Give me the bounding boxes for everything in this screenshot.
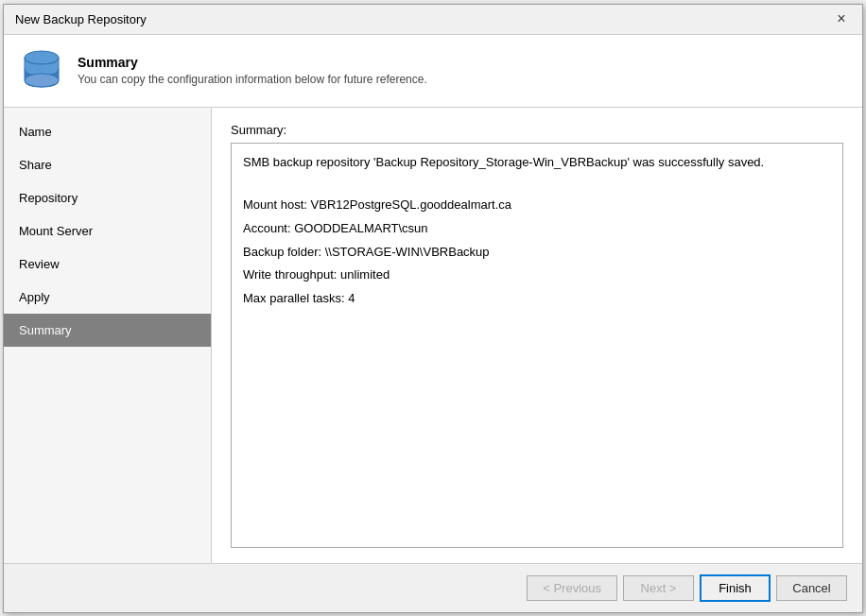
summary-line-4: Backup folder: \\STORAGE-WIN\VBRBackup <box>243 243 831 263</box>
sidebar-item-apply[interactable]: Apply <box>4 281 211 314</box>
cancel-button[interactable]: Cancel <box>776 575 847 601</box>
database-icon <box>19 48 64 94</box>
dialog-title: New Backup Repository <box>15 12 147 26</box>
sidebar: NameShareRepositoryMount ServerReviewApp… <box>4 108 212 563</box>
main-content: Summary: SMB backup repository 'Backup R… <box>212 108 862 563</box>
header-title: Summary <box>78 55 427 70</box>
header-subtitle: You can copy the configuration informati… <box>78 73 427 86</box>
summary-box: SMB backup repository 'Backup Repository… <box>231 143 843 548</box>
header-section: Summary You can copy the configuration i… <box>4 35 862 108</box>
sidebar-item-share[interactable]: Share <box>4 148 211 181</box>
summary-line-5: Write throughput: unlimited <box>243 265 831 285</box>
new-backup-repository-dialog: New Backup Repository × Summary You can … <box>3 4 863 613</box>
content-area: NameShareRepositoryMount ServerReviewApp… <box>4 108 862 563</box>
svg-point-0 <box>25 51 59 64</box>
footer: < Previous Next > Finish Cancel <box>4 563 862 612</box>
previous-button[interactable]: < Previous <box>527 575 617 601</box>
header-text-group: Summary You can copy the configuration i… <box>78 55 427 86</box>
sidebar-item-name[interactable]: Name <box>4 115 211 148</box>
sidebar-item-repository[interactable]: Repository <box>4 181 211 214</box>
next-button[interactable]: Next > <box>623 575 694 601</box>
summary-line-0: SMB backup repository 'Backup Repository… <box>243 153 831 173</box>
sidebar-item-mount-server[interactable]: Mount Server <box>4 214 211 248</box>
summary-line-6: Max parallel tasks: 4 <box>243 289 831 309</box>
sidebar-item-review[interactable]: Review <box>4 248 211 281</box>
close-button[interactable]: × <box>832 9 851 28</box>
sidebar-item-summary[interactable]: Summary <box>4 314 211 347</box>
svg-point-1 <box>25 74 59 87</box>
summary-line-2: Mount host: VBR12PostgreSQL.gooddealmart… <box>243 196 831 215</box>
finish-button[interactable]: Finish <box>700 574 771 602</box>
title-bar: New Backup Repository × <box>4 5 862 35</box>
summary-label: Summary: <box>231 123 843 137</box>
summary-line-3: Account: GOODDEALMART\csun <box>243 219 831 239</box>
